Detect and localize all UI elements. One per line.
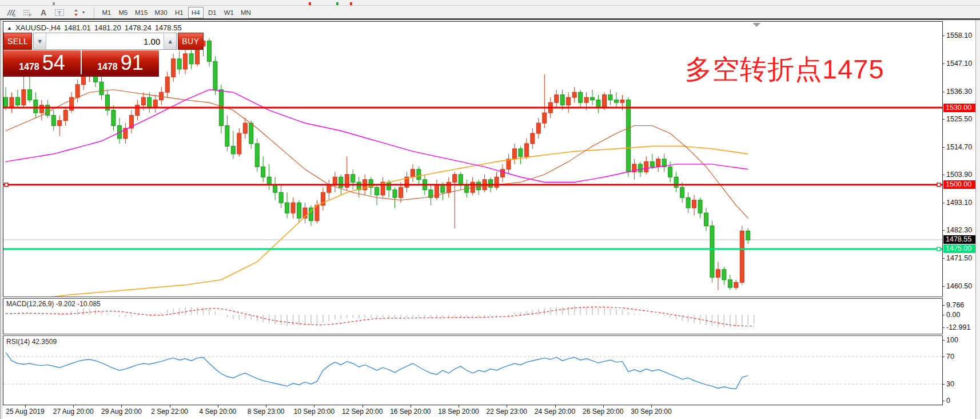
open-value: 1481.01 bbox=[64, 23, 91, 32]
buy-price-display[interactable]: 1478 91 bbox=[82, 50, 159, 74]
svg-text:E: E bbox=[13, 13, 16, 17]
price-tick-label: 1536.30 bbox=[946, 88, 977, 96]
indicator-tick-label: 0.00 bbox=[946, 311, 977, 319]
timeframe-button-mn[interactable]: MN bbox=[238, 7, 254, 18]
timeframe-toolbar: M1M5M15M30H1H4D1W1MN bbox=[99, 7, 255, 18]
text-label-icon[interactable]: A bbox=[35, 6, 51, 19]
chart-annotation-text: 多空转折点1475 bbox=[685, 52, 885, 88]
grid-indicator-icon[interactable]: F bbox=[19, 6, 35, 19]
one-click-trading-panel: SELL ▼ ▲ BUY 1478 54 1478 91 bbox=[3, 33, 159, 77]
low-value: 1478.24 bbox=[125, 23, 152, 32]
up-arrow-icon: ▲ bbox=[167, 38, 173, 45]
volume-increase-button[interactable]: ▲ bbox=[164, 33, 176, 49]
indicator-tick-mark bbox=[942, 315, 945, 315]
buy-button[interactable]: BUY bbox=[178, 33, 203, 50]
chart-ohlc-header: ▲ XAUUSD-,H4 1481.01 1481.20 1478.24 147… bbox=[7, 23, 182, 32]
price-tick-mark bbox=[942, 64, 945, 64]
price-tick-label: 1547.10 bbox=[946, 60, 977, 68]
indicator-tick-mark bbox=[942, 327, 945, 328]
price-tick-mark bbox=[942, 92, 945, 92]
sell-price-display[interactable]: 1478 54 bbox=[3, 50, 81, 74]
indicator-tick-mark bbox=[942, 305, 945, 306]
timeframe-button-w1[interactable]: W1 bbox=[221, 7, 237, 18]
clipped-toolbar-row bbox=[0, 0, 980, 6]
price-badge: 1530.00 bbox=[943, 104, 975, 112]
clipped-icon-fragment bbox=[53, 2, 55, 5]
sell-price-small: 1478 bbox=[19, 62, 39, 72]
down-arrow-icon: ▼ bbox=[37, 38, 43, 45]
indicator-tick-label: 30 bbox=[946, 380, 977, 388]
macd-pane-splitter[interactable] bbox=[3, 297, 943, 299]
clipped-icon-fragment bbox=[309, 2, 311, 5]
indicator-tick-label: -12.991 bbox=[946, 323, 977, 331]
price-tick-label: 1482.30 bbox=[946, 226, 977, 234]
price-tick-mark bbox=[942, 35, 945, 36]
main-toolbar: E F A T ▾ M1M5M15M30H1H4D1W1MN bbox=[0, 6, 980, 19]
svg-text:F: F bbox=[29, 13, 31, 17]
volume-input[interactable] bbox=[46, 33, 164, 49]
dropdown-caret-icon: ▾ bbox=[82, 10, 85, 15]
price-tick-label: 1471.50 bbox=[946, 254, 977, 262]
macd-pane-label: MACD(12,26,9) -9.202 -10.085 bbox=[6, 300, 101, 308]
vertical-scrollbar[interactable] bbox=[975, 19, 980, 419]
timeframe-button-h1[interactable]: H1 bbox=[172, 7, 187, 18]
timeframe-button-m15[interactable]: M15 bbox=[132, 7, 150, 18]
volume-stepper: ▼ ▲ bbox=[33, 33, 177, 50]
timeframe-button-h4[interactable]: H4 bbox=[188, 7, 204, 18]
volume-decrease-button[interactable]: ▼ bbox=[34, 33, 46, 49]
timeframe-button-m30[interactable]: M30 bbox=[152, 7, 170, 18]
price-tick-label: 1493.10 bbox=[946, 199, 977, 207]
text-box-icon[interactable]: T bbox=[51, 6, 67, 19]
close-value: 1478.55 bbox=[155, 23, 182, 32]
symbol-label: XAUUSD-,H4 bbox=[15, 23, 61, 32]
price-tick-label: 1514.70 bbox=[946, 143, 977, 151]
rsi-pane[interactable] bbox=[3, 336, 942, 405]
price-tick-label: 1503.90 bbox=[946, 171, 977, 179]
price-tick-mark bbox=[942, 119, 945, 120]
date-label: 30 Sep 20:00 bbox=[623, 408, 680, 416]
indicator-tick-label: 70 bbox=[946, 353, 977, 361]
toolbar-bottom-edge bbox=[0, 18, 980, 20]
clipped-icon-fragment bbox=[350, 2, 352, 5]
price-tick-mark bbox=[942, 147, 945, 148]
macd-pane[interactable] bbox=[3, 299, 942, 334]
indicator-tick-label: 100 bbox=[946, 336, 977, 344]
line-studies-icon[interactable]: E bbox=[3, 6, 19, 19]
buy-price-big: 91 bbox=[121, 52, 144, 74]
price-badge: 1475.00 bbox=[943, 244, 975, 253]
toolbar-separator bbox=[94, 7, 94, 18]
indicator-tick-mark bbox=[942, 401, 945, 401]
timeframe-button-m1[interactable]: M1 bbox=[99, 7, 114, 18]
symbol-triangle-icon: ▲ bbox=[7, 25, 12, 31]
sell-button[interactable]: SELL bbox=[3, 33, 32, 50]
time-axis[interactable]: 25 Aug 201927 Aug 20:0029 Aug 20:002 Sep… bbox=[3, 405, 942, 419]
price-badge: 1478.55 bbox=[943, 235, 975, 244]
clipped-icon-fragment bbox=[336, 2, 338, 5]
price-tick-mark bbox=[942, 286, 945, 287]
price-tick-mark bbox=[942, 258, 945, 259]
indicator-tick-label: 0 bbox=[946, 397, 977, 405]
indicator-tick-mark bbox=[942, 384, 945, 385]
price-tick-label: 1558.10 bbox=[946, 31, 977, 39]
high-value: 1481.20 bbox=[94, 23, 121, 32]
trade-panel-bottom-strip bbox=[3, 74, 159, 77]
indicator-tick-label: 9.766 bbox=[946, 301, 977, 309]
rsi-pane-splitter[interactable] bbox=[3, 334, 943, 336]
price-tick-mark bbox=[942, 230, 945, 231]
price-tick-label: 1460.50 bbox=[946, 282, 977, 290]
indicator-tick-mark bbox=[942, 357, 945, 357]
buy-price-small: 1478 bbox=[97, 62, 118, 72]
rsi-pane-label: RSI(14) 42.3509 bbox=[6, 338, 57, 346]
indicator-tick-mark bbox=[942, 340, 945, 341]
timeframe-button-d1[interactable]: D1 bbox=[205, 7, 220, 18]
price-tick-mark bbox=[942, 175, 945, 175]
price-tick-label: 1525.50 bbox=[946, 115, 977, 123]
sell-price-big: 54 bbox=[42, 52, 65, 74]
price-tick-mark bbox=[942, 203, 945, 203]
price-badge: 1500.00 bbox=[943, 180, 975, 189]
arrange-objects-icon[interactable]: ▾ bbox=[67, 6, 89, 19]
timeframe-button-m5[interactable]: M5 bbox=[115, 7, 131, 18]
svg-text:T: T bbox=[58, 10, 61, 15]
